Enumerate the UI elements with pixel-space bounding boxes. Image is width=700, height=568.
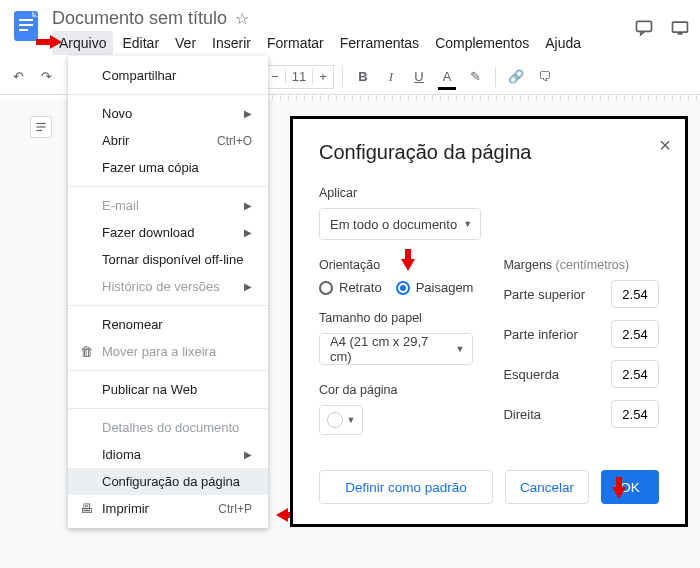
menu-ajuda[interactable]: Ajuda: [538, 31, 588, 55]
margin-right-label: Direita: [503, 407, 541, 422]
dialog-title: Configuração da página: [319, 141, 659, 164]
menu-formatar[interactable]: Formatar: [260, 31, 331, 55]
doc-title[interactable]: Documento sem título: [52, 8, 227, 29]
paper-label: Tamanho do papel: [319, 311, 473, 325]
present-icon[interactable]: [670, 18, 690, 41]
radio-landscape[interactable]: Paisagem: [396, 280, 474, 295]
svg-rect-1: [19, 19, 33, 21]
submenu-icon: ▶: [244, 281, 252, 292]
chevron-down-icon: ▼: [456, 344, 465, 354]
margin-top-input[interactable]: [611, 280, 659, 308]
menu-complementos[interactable]: Complementos: [428, 31, 536, 55]
submenu-icon: ▶: [244, 227, 252, 238]
menu-share[interactable]: Compartilhar: [68, 62, 268, 89]
undo-icon[interactable]: ↶: [6, 65, 30, 89]
menu-publish[interactable]: Publicar na Web: [68, 376, 268, 403]
font-size-minus[interactable]: −: [265, 69, 285, 84]
annotation-arrow-landscape: [401, 249, 415, 273]
ok-button[interactable]: OK: [601, 470, 659, 504]
file-menu: Compartilhar Novo▶ AbrirCtrl+O Fazer uma…: [68, 56, 268, 528]
underline-icon[interactable]: U: [407, 65, 431, 89]
add-comment-icon[interactable]: 🗨: [532, 65, 556, 89]
margin-bottom-label: Parte inferior: [503, 327, 577, 342]
font-size-plus[interactable]: +: [313, 69, 333, 84]
paper-select[interactable]: A4 (21 cm x 29,7 cm)▼: [319, 333, 473, 365]
menu-ferramentas[interactable]: Ferramentas: [333, 31, 426, 55]
menu-new[interactable]: Novo▶: [68, 100, 268, 127]
margin-right-input[interactable]: [611, 400, 659, 428]
menu-offline[interactable]: Tornar disponível off-line: [68, 246, 268, 273]
page-color-label: Cor da página: [319, 383, 473, 397]
svg-rect-5: [673, 22, 688, 32]
redo-icon[interactable]: ↷: [34, 65, 58, 89]
menu-doc-details: Detalhes do documento: [68, 414, 268, 441]
menu-page-setup[interactable]: Configuração da página: [68, 468, 268, 495]
menu-inserir[interactable]: Inserir: [205, 31, 258, 55]
comments-icon[interactable]: [634, 18, 654, 41]
menu-open[interactable]: AbrirCtrl+O: [68, 127, 268, 154]
font-size: − 11 +: [264, 65, 334, 89]
text-color-icon[interactable]: A: [435, 65, 459, 89]
orientation-label: Orientação: [319, 258, 473, 272]
star-icon[interactable]: ☆: [235, 9, 249, 28]
annotation-arrow-arquivo: [36, 35, 64, 49]
margin-top-label: Parte superior: [503, 287, 585, 302]
submenu-icon: ▶: [244, 108, 252, 119]
page-setup-dialog: × Configuração da página Aplicar Em todo…: [290, 116, 688, 527]
chevron-down-icon: ▼: [463, 219, 472, 229]
apply-select[interactable]: Em todo o documento▼: [319, 208, 481, 240]
apply-label: Aplicar: [319, 186, 659, 200]
link-icon[interactable]: 🔗: [504, 65, 528, 89]
close-icon[interactable]: ×: [659, 135, 671, 155]
menu-download[interactable]: Fazer download▶: [68, 219, 268, 246]
trash-icon: 🗑: [78, 344, 94, 360]
app-header: Documento sem título ☆ Arquivo Editar Ve…: [0, 0, 700, 55]
menu-email: E-mail▶: [68, 192, 268, 219]
menu-editar[interactable]: Editar: [115, 31, 166, 55]
svg-rect-3: [19, 29, 28, 31]
cancel-button[interactable]: Cancelar: [505, 470, 589, 504]
menu-move-trash: 🗑Mover para a lixeira: [68, 338, 268, 365]
print-icon: 🖶: [78, 501, 94, 517]
margins-label: Margens (centímetros): [503, 258, 659, 272]
menu-version-history: Histórico de versões▶: [68, 273, 268, 300]
page-color-button[interactable]: ▼: [319, 405, 363, 435]
bold-icon[interactable]: B: [351, 65, 375, 89]
italic-icon[interactable]: I: [379, 65, 403, 89]
menu-language[interactable]: Idioma▶: [68, 441, 268, 468]
font-size-value[interactable]: 11: [285, 69, 313, 84]
highlight-icon[interactable]: ✎: [463, 65, 487, 89]
annotation-arrow-ok: [612, 477, 626, 501]
svg-rect-2: [19, 24, 33, 26]
outline-toggle-icon[interactable]: [30, 116, 52, 138]
menu-make-copy[interactable]: Fazer uma cópia: [68, 154, 268, 181]
menu-rename[interactable]: Renomear: [68, 311, 268, 338]
margin-left-label: Esquerda: [503, 367, 559, 382]
menubar: Arquivo Editar Ver Inserir Formatar Ferr…: [52, 31, 692, 55]
top-right-icons: [634, 18, 690, 41]
menu-ver[interactable]: Ver: [168, 31, 203, 55]
submenu-icon: ▶: [244, 449, 252, 460]
menu-print[interactable]: 🖶ImprimirCtrl+P: [68, 495, 268, 522]
radio-portrait[interactable]: Retrato: [319, 280, 382, 295]
margin-bottom-input[interactable]: [611, 320, 659, 348]
margin-left-input[interactable]: [611, 360, 659, 388]
submenu-icon: ▶: [244, 200, 252, 211]
svg-rect-4: [637, 21, 652, 31]
set-default-button[interactable]: Definir como padrão: [319, 470, 493, 504]
